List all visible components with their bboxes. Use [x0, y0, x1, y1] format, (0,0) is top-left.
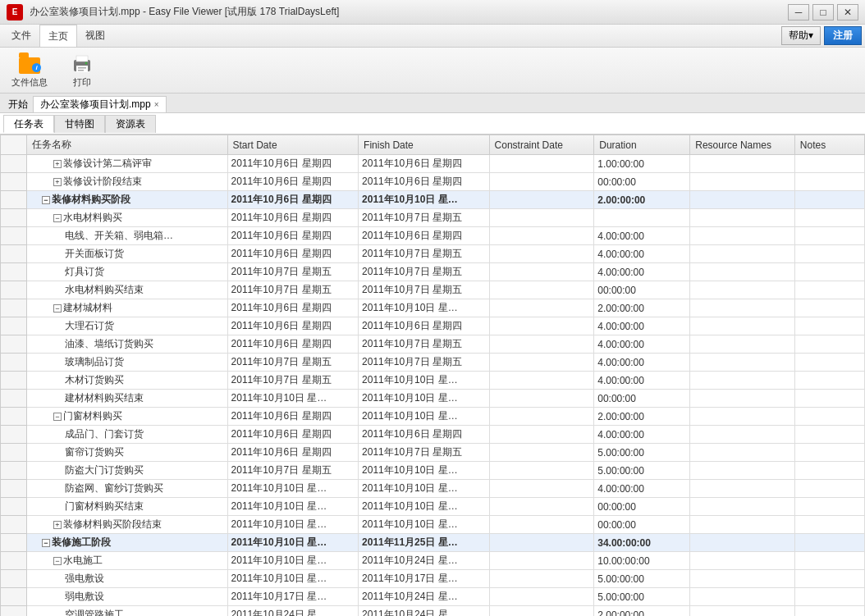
table-row[interactable]: −水电材料购买2011年10月6日 星期四2011年10月7日 星期五 [1, 209, 865, 227]
task-duration: 4.00:00:00 [594, 317, 690, 335]
doc-tab-close-button[interactable]: × [154, 100, 159, 109]
task-name-text: 装修施工阶段 [52, 536, 111, 548]
task-finish: 2011年11月25日 星… [359, 534, 490, 552]
tab-task-table[interactable]: 任务表 [3, 115, 54, 133]
collapse-icon[interactable]: − [53, 214, 62, 222]
task-finish: 2011年10月24日 星… [359, 552, 490, 570]
col-duration[interactable]: Duration [594, 135, 690, 155]
task-name: 门窗材料购买结束 [26, 498, 227, 516]
table-row[interactable]: 弱电敷设2011年10月17日 星…2011年10月24日 星…5.00:00:… [1, 588, 865, 606]
collapse-icon[interactable]: − [53, 557, 62, 565]
col-finish[interactable]: Finish Date [359, 135, 490, 155]
task-name: 防盗大门订货购买 [26, 462, 227, 480]
task-start: 2011年10月6日 星期四 [227, 209, 359, 227]
task-table: 任务名称 Start Date Finish Date Constraint D… [0, 135, 865, 616]
table-row[interactable]: −装修材料购买阶段2011年10月6日 星期四2011年10月10日 星…2.0… [1, 191, 865, 209]
task-resource [690, 498, 795, 516]
menu-file[interactable]: 文件 [3, 25, 39, 47]
task-finish: 2011年10月7日 星期五 [359, 263, 490, 281]
task-resource [690, 281, 795, 299]
task-notes [794, 354, 864, 372]
task-name-text: 大理石订货 [65, 320, 114, 331]
task-constraint [489, 173, 594, 191]
task-notes [794, 335, 864, 354]
task-name: 大理石订货 [26, 317, 227, 335]
task-start: 2011年10月7日 星期五 [227, 462, 359, 480]
tab-resource[interactable]: 资源表 [105, 115, 156, 133]
task-notes [794, 245, 864, 263]
task-notes [794, 480, 864, 498]
table-row[interactable]: 灯具订货2011年10月7日 星期五2011年10月7日 星期五4.00:00:… [1, 263, 865, 281]
table-row[interactable]: 门窗材料购买结束2011年10月10日 星…2011年10月10日 星…00:0… [1, 498, 865, 516]
task-name: 成品门、门套订货 [26, 426, 227, 444]
task-duration: 10.00:00:00 [594, 552, 690, 570]
table-row[interactable]: 木材订货购买2011年10月7日 星期五2011年10月10日 星…4.00:0… [1, 372, 865, 390]
task-finish: 2011年10月17日 星… [359, 570, 490, 588]
task-notes [794, 209, 864, 227]
svg-rect-3 [78, 67, 86, 69]
table-row[interactable]: 建材材料购买结束2011年10月10日 星…2011年10月10日 星…00:0… [1, 390, 865, 408]
row-number [1, 173, 27, 191]
table-row[interactable]: 窗帘订货购买2011年10月6日 星期四2011年10月7日 星期五5.00:0… [1, 444, 865, 462]
expand-icon[interactable]: + [53, 160, 62, 168]
task-start: 2011年10月10日 星… [227, 390, 359, 408]
task-duration: 00:00:00 [594, 173, 690, 191]
table-row[interactable]: −建材城材料2011年10月6日 星期四2011年10月10日 星…2.00:0… [1, 299, 865, 317]
start-tab[interactable]: 开始 [3, 96, 33, 112]
table-row[interactable]: −门窗材料购买2011年10月6日 星期四2011年10月10日 星…2.00:… [1, 408, 865, 426]
task-name-text: 门窗材料购买 [63, 410, 122, 422]
table-row[interactable]: −装修施工阶段2011年10月10日 星…2011年11月25日 星…34.00… [1, 534, 865, 552]
table-row[interactable]: 水电材料购买结束2011年10月7日 星期五2011年10月7日 星期五00:0… [1, 281, 865, 299]
table-row[interactable]: 防盗大门订货购买2011年10月7日 星期五2011年10月10日 星…5.00… [1, 462, 865, 480]
menu-view[interactable]: 视图 [77, 25, 113, 47]
table-row[interactable]: 强电敷设2011年10月10日 星…2011年10月17日 星…5.00:00:… [1, 570, 865, 588]
help-button[interactable]: 帮助▾ [781, 26, 821, 45]
task-name-text: 装修材料购买阶段 [52, 194, 130, 205]
print-toolbar-button[interactable]: 打印 [59, 51, 105, 90]
document-tab[interactable]: 办公室装修项目计划.mpp × [33, 96, 167, 112]
expand-icon[interactable]: + [53, 521, 62, 529]
collapse-icon[interactable]: − [53, 304, 62, 313]
table-row[interactable]: 成品门、门套订货2011年10月6日 星期四2011年10月6日 星期四4.00… [1, 426, 865, 444]
table-row[interactable]: +装修设计第二稿评审2011年10月6日 星期四2011年10月6日 星期四1.… [1, 155, 865, 173]
table-row[interactable]: 开关面板订货2011年10月6日 星期四2011年10月7日 星期五4.00:0… [1, 245, 865, 263]
expand-icon[interactable]: + [53, 178, 62, 186]
table-row[interactable]: 玻璃制品订货2011年10月7日 星期五2011年10月7日 星期五4.00:0… [1, 354, 865, 372]
maximize-button[interactable]: □ [812, 4, 834, 21]
collapse-icon[interactable]: − [42, 196, 50, 204]
task-resource [690, 317, 795, 335]
table-row[interactable]: +装修设计阶段结束2011年10月6日 星期四2011年10月6日 星期四00:… [1, 173, 865, 191]
col-notes[interactable]: Notes [794, 135, 864, 155]
task-constraint [489, 335, 594, 354]
register-button[interactable]: 注册 [824, 26, 862, 45]
col-resource[interactable]: Resource Names [690, 135, 795, 155]
task-constraint [489, 588, 594, 606]
fileinfo-toolbar-button[interactable]: i 文件信息 [7, 51, 53, 90]
table-row[interactable]: 防盗网、窗纱订货购买2011年10月10日 星…2011年10月10日 星…4.… [1, 480, 865, 498]
task-resource [690, 209, 795, 227]
task-start: 2011年10月10日 星… [227, 498, 359, 516]
table-row[interactable]: +装修材料购买阶段结束2011年10月10日 星…2011年10月10日 星…0… [1, 516, 865, 534]
task-notes [794, 173, 864, 191]
row-number [1, 191, 27, 209]
table-row[interactable]: 电线、开关箱、弱电箱…2011年10月6日 星期四2011年10月6日 星期四4… [1, 227, 865, 245]
col-start[interactable]: Start Date [227, 135, 359, 155]
minimize-button[interactable]: ─ [788, 4, 809, 21]
task-notes [794, 534, 864, 552]
col-taskname[interactable]: 任务名称 [26, 135, 227, 155]
table-row[interactable]: 大理石订货2011年10月6日 星期四2011年10月6日 星期四4.00:00… [1, 317, 865, 335]
col-constraint[interactable]: Constraint Date [489, 135, 594, 155]
task-constraint [489, 390, 594, 408]
collapse-icon[interactable]: − [42, 539, 50, 547]
table-row[interactable]: 油漆、墙纸订货购买2011年10月6日 星期四2011年10月7日 星期五4.0… [1, 335, 865, 354]
collapse-icon[interactable]: − [53, 413, 62, 421]
table-row[interactable]: 空调管路施工2011年10月24日 星…2011年10月24日 星…2.00:0… [1, 606, 865, 617]
menu-home[interactable]: 主页 [39, 25, 77, 47]
task-start: 2011年10月7日 星期五 [227, 281, 359, 299]
table-row[interactable]: −水电施工2011年10月10日 星…2011年10月24日 星…10.00:0… [1, 552, 865, 570]
task-name-text: 木材订货购买 [65, 374, 124, 386]
close-button[interactable]: ✕ [837, 4, 858, 21]
task-duration: 5.00:00:00 [594, 588, 690, 606]
task-name: −水电材料购买 [26, 209, 227, 227]
tab-gantt[interactable]: 甘特图 [54, 115, 105, 133]
